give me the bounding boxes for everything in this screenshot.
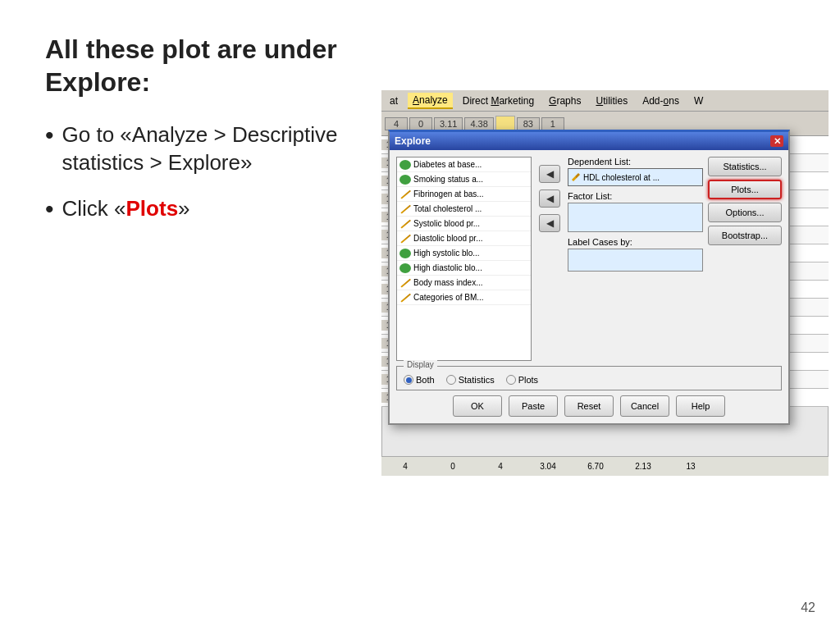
display-section: Display Both Statistics Plots xyxy=(396,366,782,390)
dialog-bottom-buttons: OK Paste Reset Cancel Help xyxy=(396,390,782,417)
statistics-button[interactable]: Statistics... xyxy=(708,157,782,176)
page-number: 42 xyxy=(801,600,815,615)
dialog-titlebar: Explore ✕ xyxy=(390,132,788,150)
var-icon-4 xyxy=(399,204,411,214)
radio-plots-circle xyxy=(506,375,516,385)
action-buttons: Statistics... Plots... Options... Bootst… xyxy=(708,157,782,361)
move-factor-button[interactable]: ◀ xyxy=(539,189,560,208)
var-item-4[interactable]: Total cholesterol ... xyxy=(397,202,531,217)
menu-at[interactable]: at xyxy=(385,94,403,108)
toolbar-cell-83: 83 xyxy=(517,117,540,130)
factor-field[interactable] xyxy=(568,203,703,232)
radio-statistics-label: Statistics xyxy=(459,375,495,385)
menu-w[interactable]: W xyxy=(689,94,708,108)
var-item-10[interactable]: Categories of BM... xyxy=(397,290,531,305)
var-icon-3 xyxy=(399,189,411,199)
var-icon-2 xyxy=(399,175,411,185)
label-cases-field[interactable] xyxy=(568,249,703,272)
var-label-5: Systolic blood pr... xyxy=(413,219,480,228)
var-label-1: Diabetes at base... xyxy=(413,160,482,169)
toolbar-cell-1: 1 xyxy=(541,117,564,130)
legend-cell-4b: 4 xyxy=(480,462,521,471)
slide-content: All these plot are under Explore: • Go t… xyxy=(45,33,357,240)
display-section-label: Display xyxy=(404,360,437,369)
var-item-3[interactable]: Fibrinogen at bas... xyxy=(397,187,531,202)
menu-utilities[interactable]: Utilities xyxy=(591,94,632,108)
radio-plots[interactable]: Plots xyxy=(506,375,538,385)
legend-row: 4 0 4 3.04 6.70 2.13 13 xyxy=(381,456,829,476)
radio-statistics-circle xyxy=(446,375,456,385)
dependent-field[interactable]: HDL cholesterol at ... xyxy=(568,168,703,186)
bullet-list: • Go to «Analyze > Descriptive statistic… xyxy=(45,121,357,222)
dialog-body: Diabetes at base... Smoking status a... … xyxy=(390,150,788,423)
var-label-7: High systolic blo... xyxy=(413,249,480,258)
radio-both-circle xyxy=(404,375,413,385)
bullet-1-text: Go to «Analyze > Descriptive statistics … xyxy=(62,121,357,177)
radio-plots-label: Plots xyxy=(518,375,538,385)
cancel-button[interactable]: Cancel xyxy=(620,395,669,417)
reset-button[interactable]: Reset xyxy=(564,395,614,417)
bootstrap-button[interactable]: Bootstrap... xyxy=(708,226,782,245)
var-label-6: Diastolic blood pr... xyxy=(413,234,483,243)
toolbar-cell-438: 4.38 xyxy=(464,117,493,130)
menu-bar: at Analyze Direct Marketing Graphs Utili… xyxy=(381,90,829,112)
var-label-4: Total cholesterol ... xyxy=(413,204,482,213)
pencil-icon xyxy=(572,173,580,181)
variable-listbox[interactable]: Diabetes at base... Smoking status a... … xyxy=(396,157,532,361)
dependent-value: HDL cholesterol at ... xyxy=(583,173,660,182)
toolbar-cell-4: 4 xyxy=(385,117,408,130)
var-icon-7 xyxy=(399,249,411,258)
dialog-title: Explore xyxy=(395,135,431,147)
menu-analyze[interactable]: Analyze xyxy=(408,93,453,109)
var-label-3: Fibrinogen at bas... xyxy=(413,189,484,199)
var-icon-1 xyxy=(399,160,411,170)
right-panel: Dependent List: HDL cholesterol at ... F… xyxy=(568,157,703,361)
bullet-dot-1: • xyxy=(45,121,54,148)
radio-both[interactable]: Both xyxy=(404,375,435,385)
slide-title: All these plot are under Explore: xyxy=(45,33,357,98)
legend-cell-670: 6.70 xyxy=(575,462,616,471)
bullet-dot-2: • xyxy=(45,195,54,222)
var-icon-8 xyxy=(399,263,411,273)
legend-cell-304: 3.04 xyxy=(527,462,568,471)
var-icon-6 xyxy=(399,234,411,244)
var-label-9: Body mass index... xyxy=(413,278,482,287)
bullet-2: • Click «Plots» xyxy=(45,195,357,223)
ok-button[interactable]: OK xyxy=(453,395,502,417)
var-item-7[interactable]: High systolic blo... xyxy=(397,246,531,261)
var-item-6[interactable]: Diastolic blood pr... xyxy=(397,231,531,246)
legend-cell-213: 2.13 xyxy=(623,462,664,471)
options-button[interactable]: Options... xyxy=(708,203,782,222)
var-item-9[interactable]: Body mass index... xyxy=(397,276,531,290)
move-dependent-button[interactable]: ◀ xyxy=(539,165,560,183)
paste-button[interactable]: Paste xyxy=(509,395,558,417)
menu-graphs[interactable]: Graphs xyxy=(544,94,586,108)
var-item-1[interactable]: Diabetes at base... xyxy=(397,158,531,172)
plots-highlight: Plots xyxy=(126,196,179,221)
help-button[interactable]: Help xyxy=(676,395,725,417)
toolbar-cell-0: 0 xyxy=(409,117,432,130)
arrow-column: ◀ ◀ ◀ xyxy=(536,157,563,361)
var-item-8[interactable]: High diastolic blo... xyxy=(397,261,531,276)
var-label-8: High diastolic blo... xyxy=(413,263,482,272)
menu-direct-marketing[interactable]: Direct Marketing xyxy=(458,94,539,108)
dialog-close-button[interactable]: ✕ xyxy=(770,135,783,147)
var-item-2[interactable]: Smoking status a... xyxy=(397,172,531,187)
dependent-label: Dependent List: xyxy=(568,157,703,167)
variable-list-section: Diabetes at base... Smoking status a... … xyxy=(396,157,532,361)
var-icon-5 xyxy=(399,219,411,229)
display-options: Both Statistics Plots xyxy=(404,375,774,385)
radio-both-label: Both xyxy=(416,375,435,385)
legend-cell-4a: 4 xyxy=(385,462,426,471)
label-cases-label: Label Cases by: xyxy=(568,237,703,247)
radio-statistics[interactable]: Statistics xyxy=(446,375,495,385)
plots-button[interactable]: Plots... xyxy=(708,180,782,199)
legend-cell-13: 13 xyxy=(670,462,711,471)
var-icon-10 xyxy=(399,293,411,303)
var-label-10: Categories of BM... xyxy=(413,293,484,302)
var-label-2: Smoking status a... xyxy=(413,175,483,184)
factor-section: Factor List: xyxy=(568,191,703,232)
menu-addons[interactable]: Add-ons xyxy=(637,94,684,108)
var-item-5[interactable]: Systolic blood pr... xyxy=(397,217,531,231)
move-label-button[interactable]: ◀ xyxy=(539,214,560,232)
